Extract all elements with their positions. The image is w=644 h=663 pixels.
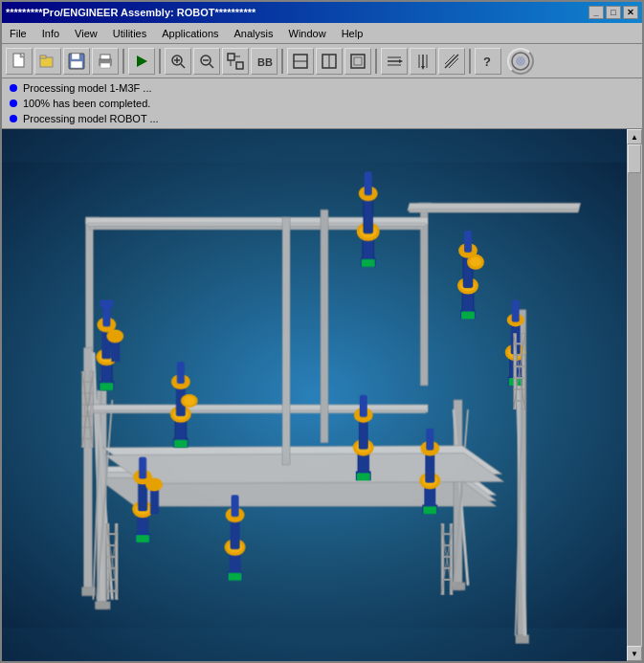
zoom-fit-button[interactable] [222, 48, 249, 75]
svg-line-16 [210, 64, 213, 68]
message-panel: Processing model 1-M3F ... 100% has been… [2, 78, 642, 129]
svg-rect-139 [139, 457, 146, 479]
svg-rect-57 [95, 602, 110, 609]
svg-rect-165 [81, 427, 93, 429]
svg-rect-111 [100, 383, 113, 390]
svg-rect-3 [40, 55, 46, 58]
svg-rect-164 [81, 415, 93, 417]
svg-rect-19 [236, 62, 243, 69]
svg-rect-183 [106, 556, 118, 558]
svg-rect-158 [229, 573, 242, 581]
grid-button[interactable]: BB [251, 48, 278, 75]
minimize-button[interactable]: _ [588, 6, 604, 19]
orient2-button[interactable] [316, 48, 343, 75]
svg-point-124 [184, 396, 195, 406]
svg-rect-73 [87, 410, 426, 413]
svg-rect-18 [228, 54, 234, 60]
svg-rect-84 [365, 171, 372, 195]
svg-point-95 [470, 257, 481, 267]
svg-rect-27 [351, 55, 365, 68]
separator-4 [375, 49, 377, 74]
scroll-thumb[interactable] [628, 144, 641, 173]
message-line-3: Processing model ROBOT ... [10, 111, 634, 126]
menu-analysis[interactable]: Analysis [229, 26, 279, 41]
message-dot-3 [10, 115, 17, 122]
window-controls: _ □ ✕ [588, 6, 638, 19]
menu-file[interactable]: File [4, 26, 33, 41]
svg-rect-175 [514, 388, 525, 390]
svg-rect-194 [441, 567, 453, 569]
svg-rect-93 [461, 312, 475, 320]
svg-line-37 [445, 55, 458, 68]
section-button[interactable] [344, 48, 371, 75]
svg-rect-150 [423, 506, 436, 514]
svg-rect-102 [512, 300, 520, 322]
round-button[interactable] [507, 48, 534, 75]
menu-info[interactable]: Info [36, 26, 65, 41]
menu-view[interactable]: View [69, 26, 103, 41]
svg-rect-131 [360, 395, 367, 417]
svg-marker-36 [421, 66, 425, 70]
spin2-button[interactable] [410, 48, 436, 75]
menu-utilities[interactable]: Utilities [107, 26, 152, 41]
svg-point-42 [516, 56, 525, 66]
svg-text:BB: BB [257, 56, 273, 68]
new-button[interactable] [6, 48, 33, 75]
scroll-down-button[interactable]: ▼ [627, 646, 642, 661]
title-bar: *********Pro/ENGINEER Assembly: ROBOT***… [2, 2, 642, 23]
svg-rect-46 [420, 205, 428, 386]
svg-rect-140 [136, 535, 149, 542]
svg-point-142 [145, 477, 163, 491]
print-button[interactable] [92, 48, 119, 75]
svg-rect-172 [514, 354, 525, 356]
svg-rect-192 [441, 544, 453, 546]
menu-window[interactable]: Window [283, 26, 332, 41]
message-text-2: 100% has been completed. [23, 96, 150, 111]
menu-applications[interactable]: Applications [156, 26, 224, 41]
svg-rect-149 [426, 429, 433, 451]
spin1-button[interactable] [381, 48, 408, 75]
svg-rect-162 [81, 392, 93, 394]
message-dot-2 [10, 99, 17, 107]
svg-point-113 [106, 329, 123, 343]
menu-help[interactable]: Help [336, 26, 369, 41]
svg-rect-184 [106, 567, 118, 569]
spin3-button[interactable] [438, 48, 465, 75]
message-text-1: Processing model 1-M3F ... [23, 80, 152, 96]
main-window: *********Pro/ENGINEER Assembly: ROBOT***… [0, 0, 644, 663]
scroll-track [628, 144, 641, 646]
svg-rect-52 [409, 209, 579, 212]
save-button[interactable] [63, 48, 90, 75]
viewport[interactable]: ▲ ▼ [2, 129, 642, 661]
help-toolbar-button[interactable]: ? [475, 48, 501, 75]
svg-rect-157 [232, 495, 239, 517]
maximize-button[interactable]: □ [606, 6, 621, 19]
scrollbar-right[interactable]: ▲ ▼ [627, 129, 642, 661]
svg-rect-185 [106, 579, 118, 581]
play-button[interactable] [128, 48, 155, 75]
svg-rect-28 [354, 57, 362, 65]
orient1-button[interactable] [287, 48, 314, 75]
open-button[interactable] [34, 48, 61, 75]
separator-5 [469, 49, 471, 74]
svg-rect-122 [174, 440, 188, 448]
separator-3 [281, 49, 283, 74]
message-text-3: Processing model ROBOT ... [23, 111, 159, 126]
zoom-out-button[interactable] [193, 48, 220, 75]
svg-rect-5 [72, 54, 79, 59]
svg-rect-85 [362, 259, 375, 267]
svg-rect-114 [100, 300, 113, 308]
message-line-1: Processing model 1-M3F ... [10, 80, 634, 96]
scroll-up-button[interactable]: ▲ [627, 129, 642, 144]
message-dot-1 [10, 84, 17, 92]
svg-rect-6 [71, 61, 82, 68]
zoom-in-button[interactable] [165, 48, 191, 75]
svg-rect-132 [357, 474, 370, 481]
svg-rect-77 [321, 210, 328, 443]
svg-rect-9 [100, 63, 110, 68]
message-line-2: 100% has been completed. [10, 96, 634, 111]
close-button[interactable]: ✕ [623, 6, 638, 19]
svg-marker-75 [104, 453, 503, 484]
svg-rect-8 [100, 55, 110, 59]
3d-scene [2, 129, 627, 661]
